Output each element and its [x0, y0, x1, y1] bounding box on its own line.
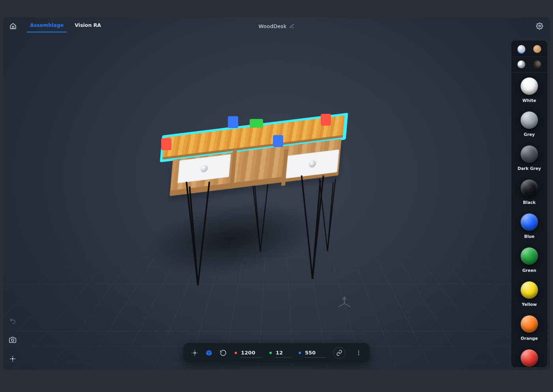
link-lock-icon — [336, 350, 342, 356]
material-swatch[interactable]: Orange — [521, 315, 538, 341]
edit-pen-icon[interactable] — [290, 24, 294, 28]
cube-icon — [205, 349, 213, 356]
desk-drawer — [286, 149, 339, 179]
gizmo-handle-y[interactable] — [250, 119, 263, 128]
material-sphere-icon — [521, 281, 538, 299]
tab-label: Vision RA — [75, 22, 101, 28]
material-category-tabs — [512, 41, 547, 57]
material-swatch-label: Yellow — [522, 302, 537, 307]
screenshot-button[interactable] — [7, 334, 18, 345]
desk-body — [170, 139, 342, 196]
dimension-z-input[interactable] — [304, 348, 326, 358]
desk-leg — [251, 180, 269, 254]
more-vert-icon — [356, 350, 362, 356]
axis-dot-x — [235, 352, 237, 354]
gizmo-handle-x[interactable] — [161, 138, 171, 150]
move-gizmo-icon — [191, 349, 198, 356]
material-finish-tabs — [512, 57, 547, 73]
left-tool-stack — [7, 315, 18, 364]
material-swatch-label: Dark Grey — [517, 166, 541, 171]
material-swatch[interactable]: Grey — [521, 111, 538, 137]
tab-visionra[interactable]: Vision RA — [69, 20, 107, 32]
transform-bar — [183, 343, 370, 363]
gizmo-handle-x[interactable] — [321, 114, 331, 126]
material-sphere-icon — [521, 213, 538, 231]
home-button[interactable] — [9, 22, 17, 30]
material-swatch-label: Green — [522, 268, 536, 273]
material-panel: WhiteGreyDark GreyBlackBlueGreenYellowOr… — [512, 41, 547, 367]
reset-rotation-button[interactable] — [219, 349, 228, 357]
home-icon — [9, 23, 17, 30]
material-tab-solid[interactable] — [517, 45, 525, 53]
object-desk — [161, 116, 347, 282]
dimension-y-field — [269, 348, 292, 358]
transform-more-button[interactable] — [355, 347, 363, 358]
desk-divider — [281, 149, 288, 186]
material-swatch-label: Blue — [524, 234, 534, 239]
material-sphere-icon — [521, 349, 538, 367]
link-dimensions-button[interactable] — [333, 347, 345, 359]
undo-button[interactable] — [7, 315, 18, 326]
camera-icon — [9, 336, 16, 343]
svg-point-2 — [12, 358, 13, 360]
tab-label: Assemblage — [30, 22, 64, 28]
material-swatch[interactable]: Yellow — [521, 281, 538, 307]
drawer-knob — [200, 165, 208, 173]
material-tab-wood[interactable] — [533, 45, 541, 53]
material-swatch[interactable]: Black — [521, 179, 538, 205]
material-sphere-icon — [521, 77, 538, 95]
mode-tabs: Assemblage Vision RA — [24, 19, 107, 33]
dimension-x-field — [235, 348, 262, 358]
material-sphere-icon — [521, 315, 538, 333]
tab-assemblage[interactable]: Assemblage — [24, 20, 69, 32]
axis-dot-z — [299, 352, 301, 354]
material-swatch-label: Orange — [521, 336, 538, 341]
finish-tab-gloss[interactable] — [517, 60, 525, 68]
axis-dot-y — [269, 352, 272, 354]
material-sphere-icon — [521, 145, 538, 163]
drawer-knob — [308, 160, 316, 168]
desk-divider — [230, 149, 237, 186]
dimension-y-input[interactable] — [275, 348, 292, 358]
material-swatch[interactable]: Dark Grey — [517, 145, 541, 171]
gizmo-handle-z[interactable] — [228, 116, 238, 128]
finish-tab-matte[interactable] — [533, 60, 541, 68]
svg-point-5 — [358, 352, 359, 353]
svg-point-6 — [358, 354, 359, 355]
svg-point-1 — [11, 339, 14, 341]
svg-point-3 — [194, 352, 196, 354]
gear-icon — [536, 23, 543, 30]
undo-icon — [9, 317, 16, 324]
material-swatch[interactable]: White — [521, 77, 538, 103]
recenter-button[interactable] — [7, 353, 18, 364]
material-swatch-label: White — [523, 98, 536, 103]
dimension-z-field — [299, 348, 326, 358]
app-frame: Assemblage Vision RA WoodDesk — [3, 17, 550, 370]
svg-point-0 — [539, 25, 541, 27]
material-sphere-icon — [521, 111, 538, 129]
document-title[interactable]: WoodDesk — [259, 23, 287, 29]
selection-outline — [160, 113, 348, 162]
svg-point-4 — [358, 351, 359, 351]
reset-rotation-icon — [220, 349, 227, 356]
material-swatch-label: Black — [523, 200, 536, 205]
settings-button[interactable] — [535, 21, 544, 31]
material-swatch[interactable]: Blue — [521, 213, 538, 239]
material-sphere-icon — [521, 179, 538, 197]
recenter-icon — [9, 355, 16, 362]
dimension-x-input[interactable] — [240, 348, 262, 358]
material-swatch-label: Grey — [524, 132, 535, 137]
material-swatch[interactable]: Red — [521, 349, 538, 367]
transform-mode-icons — [190, 349, 228, 357]
gizmo-handle-z[interactable] — [273, 135, 283, 147]
scale-mode-button[interactable] — [205, 349, 213, 357]
desk-drawer — [177, 154, 231, 183]
move-mode-button[interactable] — [190, 349, 199, 357]
material-sphere-icon — [521, 247, 538, 265]
material-swatch-list[interactable]: WhiteGreyDark GreyBlackBlueGreenYellowOr… — [512, 73, 547, 367]
desk-top — [162, 115, 345, 160]
desk-leg — [318, 179, 337, 254]
material-swatch[interactable]: Green — [521, 247, 538, 273]
